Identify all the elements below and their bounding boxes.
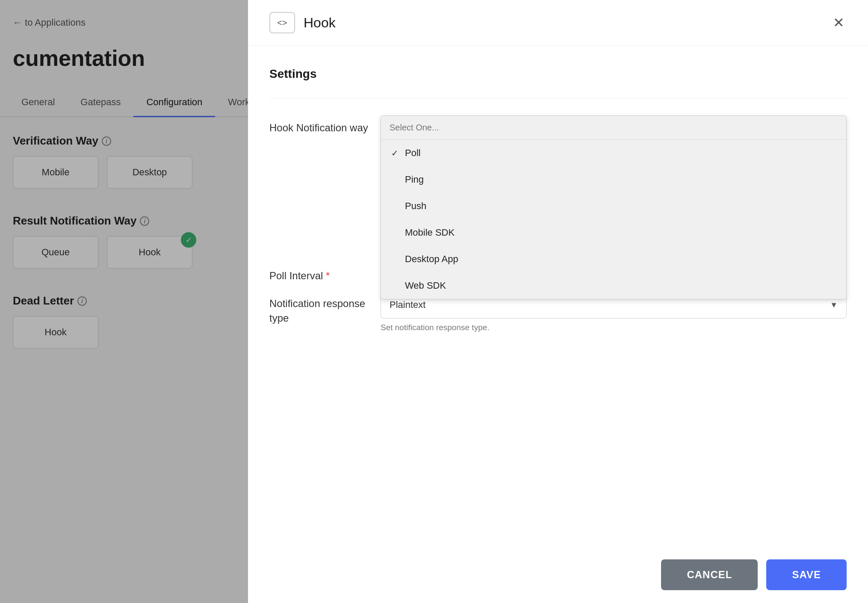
dropdown-item-ping[interactable]: Ping xyxy=(381,166,846,193)
dropdown-item-poll[interactable]: ✓ Poll xyxy=(381,140,846,166)
required-marker: * xyxy=(326,270,330,281)
cancel-button[interactable]: CANCEL xyxy=(661,559,758,590)
panel-title: Hook xyxy=(304,15,336,31)
notification-response-hint: Set notification response type. xyxy=(381,323,847,332)
dropdown-search-input[interactable] xyxy=(381,116,846,140)
save-button[interactable]: SAVE xyxy=(766,559,847,590)
dropdown-item-web-sdk[interactable]: Web SDK xyxy=(381,272,846,299)
hook-notification-row: Hook Notification way ✓ Poll Ping P xyxy=(269,115,847,135)
dropdown-item-mobile-sdk[interactable]: Mobile SDK xyxy=(381,219,846,246)
code-icon: <> xyxy=(269,12,295,33)
settings-heading: Settings xyxy=(269,67,847,81)
notification-response-label: Notification response type xyxy=(269,291,381,325)
dropdown-item-push[interactable]: Push xyxy=(381,193,846,219)
dropdown-item-desktop-app[interactable]: Desktop App xyxy=(381,246,846,272)
divider xyxy=(269,98,847,98)
notification-way-dropdown[interactable]: ✓ Poll Ping Push Mobile SDK xyxy=(381,115,847,299)
hook-panel: <> Hook ✕ Settings Hook Notification way… xyxy=(248,0,868,603)
poll-interval-label: Poll Interval * xyxy=(269,263,381,283)
hook-notification-label: Hook Notification way xyxy=(269,115,381,135)
close-button[interactable]: ✕ xyxy=(831,12,847,33)
panel-footer: CANCEL SAVE xyxy=(248,547,868,603)
panel-body: Settings Hook Notification way ✓ Poll Pi… xyxy=(248,46,868,547)
poll-check: ✓ xyxy=(391,148,400,158)
chevron-down-icon: ▼ xyxy=(830,301,838,310)
panel-header: <> Hook ✕ xyxy=(248,0,868,46)
